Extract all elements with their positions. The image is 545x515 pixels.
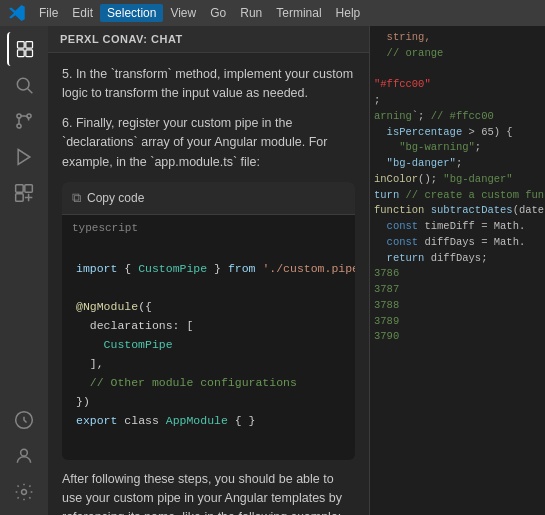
chat-content[interactable]: 5. In the `transform` method, implement … <box>48 53 369 515</box>
menu-bar: File Edit Selection View Go Run Terminal… <box>0 0 545 26</box>
menu-file[interactable]: File <box>32 4 65 22</box>
debug-icon[interactable] <box>7 140 41 174</box>
settings-icon[interactable] <box>7 475 41 509</box>
svg-rect-3 <box>26 50 33 57</box>
activity-bar <box>0 26 48 515</box>
svg-marker-9 <box>18 150 30 165</box>
svg-line-5 <box>28 89 33 94</box>
chat-panel-header: PERXL CONAV: CHAT <box>48 26 369 53</box>
svg-rect-12 <box>16 194 24 202</box>
editor-area: string, // orange "#ffcc00"; arning`; //… <box>370 26 545 515</box>
chat-panel: PERXL CONAV: CHAT 5. In the `transform` … <box>48 26 370 515</box>
menu-go[interactable]: Go <box>203 4 233 22</box>
svg-rect-2 <box>18 50 25 57</box>
svg-point-7 <box>17 124 21 128</box>
svg-rect-11 <box>25 185 33 193</box>
svg-point-4 <box>17 78 29 90</box>
menu-help[interactable]: Help <box>329 4 368 22</box>
code-content: import { CustomPipe } from './custom.pip… <box>62 239 355 460</box>
code-block-header[interactable]: ⧉ Copy code <box>62 182 355 215</box>
app-logo <box>6 2 28 24</box>
conclusion-text: After following these steps, you should … <box>62 470 355 515</box>
menu-run[interactable]: Run <box>233 4 269 22</box>
svg-rect-0 <box>18 42 25 49</box>
svg-point-6 <box>17 114 21 118</box>
extensions-icon[interactable] <box>7 176 41 210</box>
step5-text: 5. In the `transform` method, implement … <box>62 65 355 104</box>
code-lang-label: typescript <box>62 215 355 239</box>
svg-point-14 <box>22 490 27 495</box>
remote-icon[interactable] <box>7 403 41 437</box>
copy-icon: ⧉ <box>72 188 81 208</box>
accounts-icon[interactable] <box>7 439 41 473</box>
menu-view[interactable]: View <box>163 4 203 22</box>
menu-terminal[interactable]: Terminal <box>269 4 328 22</box>
code-block: ⧉ Copy code typescript import { CustomPi… <box>62 182 355 460</box>
search-icon[interactable] <box>7 68 41 102</box>
copy-label: Copy code <box>87 189 144 208</box>
step6-text: 6. Finally, register your custom pipe in… <box>62 114 355 172</box>
svg-rect-10 <box>16 185 24 193</box>
chat-header-label: PERXL CONAV: CHAT <box>60 33 183 45</box>
source-control-icon[interactable] <box>7 104 41 138</box>
svg-point-13 <box>21 449 28 456</box>
menu-selection[interactable]: Selection <box>100 4 163 22</box>
svg-rect-1 <box>26 42 33 49</box>
explorer-icon[interactable] <box>7 32 41 66</box>
menu-edit[interactable]: Edit <box>65 4 100 22</box>
editor-bg: string, // orange "#ffcc00"; arning`; //… <box>370 26 545 515</box>
